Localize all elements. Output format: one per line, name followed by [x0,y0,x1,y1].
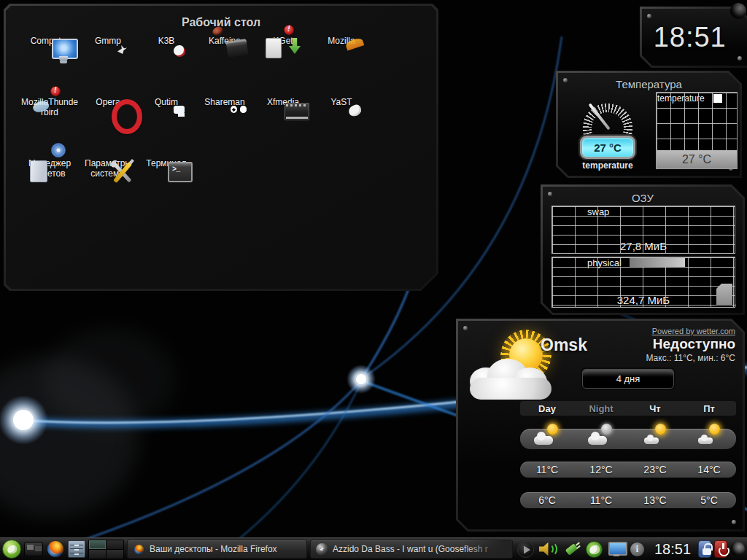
temperature-gauge: 27 °C temperature [567,92,649,168]
day-temperatures-row: 11°C 12°C 23°C 14°C [520,462,736,478]
desktop-icon-xfmedia[interactable]: Xfmedia [254,98,312,159]
desktop-icon-mozilla[interactable]: Mozilla [312,36,371,98]
screw-icon [463,326,468,330]
physical-memory-chart: physical 324,7 МиБ [551,257,735,308]
panel-clock[interactable]: 18:51 [654,541,691,558]
temperature-widget-title: Температура [558,78,740,90]
desktop-icon-qutim[interactable]: Qutim [137,98,196,159]
desktop-pager[interactable] [88,540,124,559]
firefox-icon [133,543,145,556]
forecast-header-row: Day Night Чт Пт [520,401,736,416]
suse-updater-icon[interactable] [586,541,603,558]
forecast-col-thu[interactable]: Чт [628,403,682,414]
taskbar-task-firefox[interactable]: Ваши десктопы - Mozilla Firefox [127,540,307,559]
pager-desktop-4[interactable] [107,550,123,559]
forecast-col-day[interactable]: Day [520,403,574,414]
media-play-icon[interactable] [517,541,534,558]
ram-widget-title: ОЗУ [543,192,743,204]
temperature-history-chart: temperature 27 °C [656,92,738,169]
screw-icon [738,56,742,61]
folder-view-widget[interactable]: Рабочий стол Computer Gmmp K3B Kaffeine [4,4,438,291]
screw-icon [732,520,736,524]
ram-widget[interactable]: ОЗУ swap 27,8 МиБ physical 324,7 МиБ [541,184,745,315]
forecast-table: Day Night Чт Пт 11°C 12°C 23°C 14°C [520,401,736,508]
gauge-label: temperature [567,160,649,171]
system-tray: i [517,540,644,558]
desktop-icon-kget[interactable]: KGet [254,36,312,98]
chart-current-value: 27 °C [657,150,737,168]
pager-desktop-2[interactable] [107,540,123,549]
swap-usage-chart: swap 27,8 МиБ [551,206,735,254]
folder-view-icon-grid: Computer Gmmp K3B Kaffeine KGet [20,36,371,220]
clock-widget-time: 18:51 [642,22,738,53]
physical-label: physical [587,257,622,268]
weather-widget[interactable]: Omsk Powered by wetter.com Недоступно Ма… [456,319,745,532]
panel-toolbox-cashew-icon[interactable] [730,542,745,556]
night-temperatures-row: 6°C 11°C 13°C 5°C [520,492,736,508]
volume-icon[interactable] [539,540,558,558]
desktop-icon-package-manager[interactable]: Менеджер пакетов [20,159,79,220]
screw-icon [647,14,651,18]
forecast-days-button[interactable]: 4 дня [582,369,674,389]
desktop-icon-yast[interactable]: YaST [312,98,371,159]
forecast-col-fri[interactable]: Пт [682,403,736,414]
pager-desktop-3[interactable] [89,550,106,559]
gauge-lcd-value: 27 °C [580,136,635,159]
desktop-toolbox-cashew-icon[interactable] [730,3,746,19]
physical-value: 324,7 МиБ [552,294,735,306]
sun-small-cloud-icon [695,428,723,447]
network-plug-icon[interactable] [563,540,581,558]
physical-usage-bar [630,258,685,267]
forecast-icons-row [520,429,736,449]
chart-legend: temperature [657,93,705,104]
desktop-icon-shareman[interactable]: Shareman [196,98,254,159]
display-icon[interactable] [608,541,625,557]
gmmp-icon [316,543,328,556]
taskbar-panel: Ваши десктопы - Mozilla Firefox Azzido D… [0,537,747,560]
lock-screen-button[interactable] [698,540,711,558]
clock-widget[interactable]: 18:51 [640,7,747,68]
file-cabinet-icon[interactable] [68,540,85,558]
sun-small-cloud-icon [641,428,669,447]
desktop-icon-terminal[interactable]: >_ Терминал [137,159,196,220]
desktop-icon-computer[interactable]: Computer [20,36,79,98]
kickoff-menu-button[interactable] [2,540,21,559]
weather-status: Недоступно [653,336,735,352]
desktop-icon-kaffeine[interactable]: Kaffeine [196,36,254,98]
sun-behind-cloud-icon [533,428,561,447]
swap-value: 27,8 МиБ [552,240,735,252]
powered-by-link[interactable]: Powered by wetter.com [652,327,735,335]
taskbar-task-gmmp[interactable]: Azzido Da Bass - I want u (Gooseflesh r [310,540,513,559]
temperature-widget[interactable]: Температура 27 °C temperature temperatur… [556,71,742,178]
weather-minmax: Макс.: 11°C, мин.: 6°C [646,353,735,363]
pager-desktop-1[interactable] [89,540,106,549]
task-title: Azzido Da Bass - I want u (Gooseflesh r [333,544,488,554]
desktop: Рабочий стол Computer Gmmp K3B Kaffeine [0,0,747,560]
show-desktop-icon[interactable] [24,542,43,556]
desktop-icon-thunderbird[interactable]: MozillaThunderbird [20,98,79,159]
forecast-col-night[interactable]: Night [574,403,628,414]
task-title: Ваши десктопы - Mozilla Firefox [150,544,277,554]
desktop-icon-gmmp[interactable]: Gmmp [79,36,137,98]
legend-swatch-icon [713,94,722,103]
desktop-icon-opera[interactable]: Opera [79,98,137,159]
swap-label: swap [587,206,609,217]
folder-view-background: Рабочий стол Computer Gmmp K3B Kaffeine [6,6,436,289]
shutdown-button[interactable] [714,540,727,558]
moon-behind-cloud-icon [587,428,615,447]
desktop-icon-k3b[interactable]: K3B [137,36,196,98]
info-icon[interactable]: i [630,542,644,556]
firefox-launcher-icon[interactable] [46,540,65,559]
desktop-icon-system-settings[interactable]: Параметры системы [79,159,137,220]
weather-city: Omsk [531,335,597,355]
